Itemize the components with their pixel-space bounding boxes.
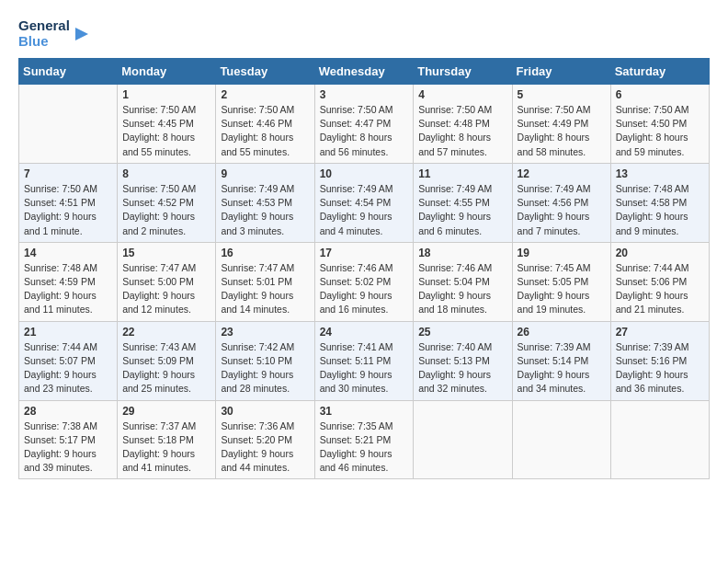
logo-container: General Blue [18, 18, 92, 49]
day-info: Sunrise: 7:47 AMSunset: 5:01 PMDaylight:… [221, 261, 309, 317]
calendar-cell: 6Sunrise: 7:50 AMSunset: 4:50 PMDaylight… [610, 85, 709, 164]
day-number: 3 [320, 88, 409, 101]
calendar-cell: 13Sunrise: 7:48 AMSunset: 4:58 PMDayligh… [610, 163, 709, 242]
day-number: 11 [418, 167, 506, 180]
week-row-4: 21Sunrise: 7:44 AMSunset: 5:07 PMDayligh… [19, 321, 710, 400]
week-row-5: 28Sunrise: 7:38 AMSunset: 5:17 PMDayligh… [19, 400, 710, 479]
calendar-cell: 23Sunrise: 7:42 AMSunset: 5:10 PMDayligh… [216, 321, 314, 400]
day-number: 15 [122, 247, 210, 259]
day-info: Sunrise: 7:36 AMSunset: 5:20 PMDaylight:… [221, 419, 309, 476]
day-number: 19 [518, 247, 606, 259]
calendar-cell: 22Sunrise: 7:43 AMSunset: 5:09 PMDayligh… [118, 321, 216, 400]
day-info: Sunrise: 7:50 AMSunset: 4:51 PMDaylight:… [24, 182, 112, 238]
day-number: 17 [320, 247, 409, 259]
day-info: Sunrise: 7:47 AMSunset: 5:00 PMDaylight:… [122, 261, 210, 317]
calendar-cell [512, 400, 610, 479]
day-info: Sunrise: 7:48 AMSunset: 4:59 PMDaylight:… [24, 261, 112, 317]
column-header-saturday: Saturday [610, 59, 709, 85]
calendar-cell: 31Sunrise: 7:35 AMSunset: 5:21 PMDayligh… [314, 400, 414, 479]
calendar-table: SundayMondayTuesdayWednesdayThursdayFrid… [18, 58, 710, 479]
calendar-cell: 1Sunrise: 7:50 AMSunset: 4:45 PMDaylight… [118, 85, 216, 164]
calendar-cell: 29Sunrise: 7:37 AMSunset: 5:18 PMDayligh… [118, 400, 216, 479]
day-number: 7 [24, 167, 112, 180]
column-header-tuesday: Tuesday [216, 59, 314, 85]
calendar-cell: 28Sunrise: 7:38 AMSunset: 5:17 PMDayligh… [19, 400, 118, 479]
day-number: 31 [320, 405, 409, 418]
day-number: 24 [320, 326, 409, 339]
calendar-cell: 11Sunrise: 7:49 AMSunset: 4:55 PMDayligh… [414, 163, 512, 242]
day-info: Sunrise: 7:48 AMSunset: 4:58 PMDaylight:… [616, 182, 704, 238]
day-number: 2 [221, 88, 309, 101]
day-info: Sunrise: 7:44 AMSunset: 5:07 PMDaylight:… [24, 340, 112, 396]
calendar-cell: 15Sunrise: 7:47 AMSunset: 5:00 PMDayligh… [118, 242, 216, 321]
column-header-friday: Friday [512, 59, 610, 85]
day-info: Sunrise: 7:40 AMSunset: 5:13 PMDaylight:… [418, 340, 506, 396]
calendar-cell: 18Sunrise: 7:46 AMSunset: 5:04 PMDayligh… [414, 242, 512, 321]
day-number: 1 [122, 88, 210, 101]
day-info: Sunrise: 7:44 AMSunset: 5:06 PMDaylight:… [616, 261, 704, 317]
day-number: 25 [418, 326, 506, 339]
logo-line1: General [18, 18, 70, 34]
day-info: Sunrise: 7:50 AMSunset: 4:48 PMDaylight:… [418, 103, 506, 159]
logo-line2: Blue [18, 34, 49, 50]
day-info: Sunrise: 7:49 AMSunset: 4:55 PMDaylight:… [418, 182, 506, 238]
logo-text-block: General Blue [18, 18, 70, 49]
day-number: 21 [24, 326, 112, 339]
day-info: Sunrise: 7:35 AMSunset: 5:21 PMDaylight:… [320, 419, 409, 476]
day-info: Sunrise: 7:37 AMSunset: 5:18 PMDaylight:… [122, 419, 210, 476]
calendar-cell: 26Sunrise: 7:39 AMSunset: 5:14 PMDayligh… [512, 321, 610, 400]
calendar-cell: 4Sunrise: 7:50 AMSunset: 4:48 PMDaylight… [414, 85, 512, 164]
day-info: Sunrise: 7:50 AMSunset: 4:52 PMDaylight:… [122, 182, 210, 238]
day-info: Sunrise: 7:39 AMSunset: 5:14 PMDaylight:… [518, 340, 606, 396]
calendar-cell: 12Sunrise: 7:49 AMSunset: 4:56 PMDayligh… [512, 163, 610, 242]
calendar-cell: 17Sunrise: 7:46 AMSunset: 5:02 PMDayligh… [314, 242, 414, 321]
day-info: Sunrise: 7:49 AMSunset: 4:56 PMDaylight:… [518, 182, 606, 238]
calendar-cell: 10Sunrise: 7:49 AMSunset: 4:54 PMDayligh… [314, 163, 414, 242]
calendar-cell: 5Sunrise: 7:50 AMSunset: 4:49 PMDaylight… [512, 85, 610, 164]
day-number: 20 [616, 247, 704, 259]
calendar-cell [414, 400, 512, 479]
column-header-thursday: Thursday [414, 59, 512, 85]
column-header-wednesday: Wednesday [314, 59, 414, 85]
day-number: 13 [616, 167, 704, 180]
column-header-monday: Monday [118, 59, 216, 85]
day-info: Sunrise: 7:49 AMSunset: 4:54 PMDaylight:… [320, 182, 409, 238]
calendar-cell: 24Sunrise: 7:41 AMSunset: 5:11 PMDayligh… [314, 321, 414, 400]
svg-marker-0 [75, 28, 88, 40]
day-info: Sunrise: 7:46 AMSunset: 5:02 PMDaylight:… [320, 261, 409, 317]
day-number: 12 [518, 167, 606, 180]
day-info: Sunrise: 7:46 AMSunset: 5:04 PMDaylight:… [418, 261, 506, 317]
day-number: 6 [616, 88, 704, 101]
calendar-body: 1Sunrise: 7:50 AMSunset: 4:45 PMDaylight… [19, 85, 710, 479]
calendar-cell: 25Sunrise: 7:40 AMSunset: 5:13 PMDayligh… [414, 321, 512, 400]
calendar-cell: 3Sunrise: 7:50 AMSunset: 4:47 PMDaylight… [314, 85, 414, 164]
calendar-cell: 21Sunrise: 7:44 AMSunset: 5:07 PMDayligh… [19, 321, 118, 400]
day-info: Sunrise: 7:50 AMSunset: 4:47 PMDaylight:… [320, 103, 409, 159]
day-number: 16 [221, 247, 309, 259]
day-number: 4 [418, 88, 506, 101]
day-info: Sunrise: 7:43 AMSunset: 5:09 PMDaylight:… [122, 340, 210, 396]
calendar-cell: 7Sunrise: 7:50 AMSunset: 4:51 PMDaylight… [19, 163, 118, 242]
day-info: Sunrise: 7:50 AMSunset: 4:50 PMDaylight:… [616, 103, 704, 159]
day-number: 18 [418, 247, 506, 259]
day-info: Sunrise: 7:45 AMSunset: 5:05 PMDaylight:… [518, 261, 606, 317]
calendar-cell: 30Sunrise: 7:36 AMSunset: 5:20 PMDayligh… [216, 400, 314, 479]
day-info: Sunrise: 7:50 AMSunset: 4:46 PMDaylight:… [221, 103, 309, 159]
day-number: 30 [221, 405, 309, 418]
day-info: Sunrise: 7:42 AMSunset: 5:10 PMDaylight:… [221, 340, 309, 396]
day-info: Sunrise: 7:39 AMSunset: 5:16 PMDaylight:… [616, 340, 704, 396]
day-number: 8 [122, 167, 210, 180]
day-number: 29 [122, 405, 210, 418]
week-row-1: 1Sunrise: 7:50 AMSunset: 4:45 PMDaylight… [19, 85, 710, 164]
week-row-2: 7Sunrise: 7:50 AMSunset: 4:51 PMDaylight… [19, 163, 710, 242]
calendar-cell: 27Sunrise: 7:39 AMSunset: 5:16 PMDayligh… [610, 321, 709, 400]
day-info: Sunrise: 7:50 AMSunset: 4:45 PMDaylight:… [122, 103, 210, 159]
day-number: 26 [518, 326, 606, 339]
day-info: Sunrise: 7:41 AMSunset: 5:11 PMDaylight:… [320, 340, 409, 396]
day-number: 23 [221, 326, 309, 339]
calendar-cell [19, 85, 118, 164]
calendar-cell: 8Sunrise: 7:50 AMSunset: 4:52 PMDaylight… [118, 163, 216, 242]
day-number: 10 [320, 167, 409, 180]
logo: General Blue [18, 18, 92, 49]
day-info: Sunrise: 7:38 AMSunset: 5:17 PMDaylight:… [24, 419, 112, 476]
